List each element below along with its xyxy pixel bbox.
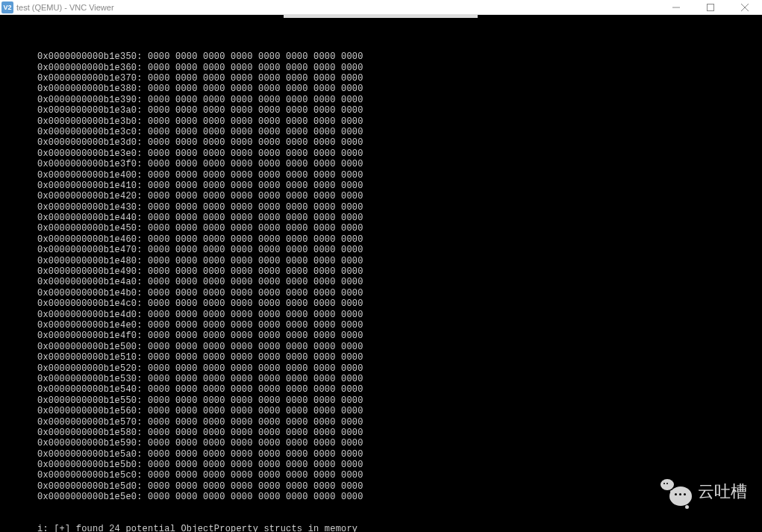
hex-line: 0x0000000000b1e430: 0000 0000 0000 0000 … — [37, 202, 762, 213]
hex-line: 0x0000000000b1e4f0: 0000 0000 0000 0000 … — [37, 331, 762, 341]
hex-line: 0x0000000000b1e390: 0000 0000 0000 0000 … — [37, 95, 762, 105]
hex-line: 0x0000000000b1e570: 0000 0000 0000 0000 … — [37, 417, 762, 428]
svg-rect-1 — [708, 4, 714, 10]
hex-line: 0x0000000000b1e3e0: 0000 0000 0000 0000 … — [37, 148, 762, 159]
hex-line: 0x0000000000b1e550: 0000 0000 0000 0000 … — [37, 395, 762, 406]
hex-line: 0x0000000000b1e5c0: 0000 0000 0000 0000 … — [37, 470, 762, 481]
terminal-output[interactable]: 0x0000000000b1e350: 0000 0000 0000 0000 … — [0, 15, 762, 532]
window-titlebar: V2 test (QEMU) - VNC Viewer — [0, 0, 762, 15]
hex-line: 0x0000000000b1e4d0: 0000 0000 0000 0000 … — [37, 310, 762, 320]
window-title: test (QEMU) - VNC Viewer — [16, 3, 659, 12]
app-icon: V2 — [1, 1, 13, 13]
hex-line: 0x0000000000b1e370: 0000 0000 0000 0000 … — [37, 73, 762, 84]
window-controls — [659, 0, 762, 14]
status-messages: i: [+] found 24 potential ObjectProperty… — [37, 524, 762, 532]
hex-line: 0x0000000000b1e4c0: 0000 0000 0000 0000 … — [37, 298, 762, 309]
hex-line: 0x0000000000b1e540: 0000 0000 0000 0000 … — [37, 384, 762, 395]
hex-line: 0x0000000000b1e470: 0000 0000 0000 0000 … — [37, 245, 762, 255]
hex-line: 0x0000000000b1e5b0: 0000 0000 0000 0000 … — [37, 460, 762, 470]
hex-line: 0x0000000000b1e530: 0000 0000 0000 0000 … — [37, 374, 762, 384]
close-icon — [741, 4, 749, 11]
hex-line: 0x0000000000b1e380: 0000 0000 0000 0000 … — [37, 84, 762, 94]
hex-dump-block: 0x0000000000b1e350: 0000 0000 0000 0000 … — [37, 51, 762, 502]
wechat-icon — [660, 478, 692, 506]
watermark: 云吐槽 — [660, 478, 747, 506]
hex-line: 0x0000000000b1e3b0: 0000 0000 0000 0000 … — [37, 116, 762, 127]
hex-line: 0x0000000000b1e450: 0000 0000 0000 0000 … — [37, 223, 762, 234]
hex-line: 0x0000000000b1e4b0: 0000 0000 0000 0000 … — [37, 288, 762, 298]
maximize-button[interactable] — [693, 0, 728, 14]
hex-line: 0x0000000000b1e560: 0000 0000 0000 0000 … — [37, 406, 762, 416]
hex-line: 0x0000000000b1e580: 0000 0000 0000 0000 … — [37, 428, 762, 438]
hex-line: 0x0000000000b1e400: 0000 0000 0000 0000 … — [37, 170, 762, 181]
hex-line: 0x0000000000b1e500: 0000 0000 0000 0000 … — [37, 342, 762, 352]
hex-line: 0x0000000000b1e3d0: 0000 0000 0000 0000 … — [37, 137, 762, 148]
watermark-text: 云吐槽 — [698, 481, 747, 503]
hex-line: 0x0000000000b1e4a0: 0000 0000 0000 0000 … — [37, 277, 762, 287]
hex-line: 0x0000000000b1e5e0: 0000 0000 0000 0000 … — [37, 492, 762, 502]
hex-line: 0x0000000000b1e3f0: 0000 0000 0000 0000 … — [37, 159, 762, 169]
hex-line: 0x0000000000b1e510: 0000 0000 0000 0000 … — [37, 352, 762, 363]
hex-line: 0x0000000000b1e410: 0000 0000 0000 0000 … — [37, 181, 762, 191]
hex-line: 0x0000000000b1e480: 0000 0000 0000 0000 … — [37, 256, 762, 266]
hex-line: 0x0000000000b1e5a0: 0000 0000 0000 0000 … — [37, 449, 762, 460]
minimize-icon — [672, 4, 680, 11]
hex-line: 0x0000000000b1e520: 0000 0000 0000 0000 … — [37, 363, 762, 374]
hex-line: 0x0000000000b1e420: 0000 0000 0000 0000 … — [37, 191, 762, 201]
minimize-button[interactable] — [659, 0, 693, 14]
hex-line: 0x0000000000b1e5d0: 0000 0000 0000 0000 … — [37, 481, 762, 492]
hex-line: 0x0000000000b1e460: 0000 0000 0000 0000 … — [37, 234, 762, 245]
status-line: i: [+] found 24 potential ObjectProperty… — [37, 524, 762, 532]
hex-line: 0x0000000000b1e3a0: 0000 0000 0000 0000 … — [37, 105, 762, 116]
hex-line: 0x0000000000b1e360: 0000 0000 0000 0000 … — [37, 63, 762, 73]
hex-line: 0x0000000000b1e490: 0000 0000 0000 0000 … — [37, 266, 762, 277]
hex-line: 0x0000000000b1e590: 0000 0000 0000 0000 … — [37, 438, 762, 448]
hex-line: 0x0000000000b1e4e0: 0000 0000 0000 0000 … — [37, 320, 762, 331]
hex-line: 0x0000000000b1e350: 0000 0000 0000 0000 … — [37, 51, 762, 62]
hex-line: 0x0000000000b1e3c0: 0000 0000 0000 0000 … — [37, 127, 762, 137]
maximize-icon — [707, 4, 714, 11]
hex-line: 0x0000000000b1e440: 0000 0000 0000 0000 … — [37, 213, 762, 223]
close-button[interactable] — [728, 0, 762, 14]
artifact-bar — [284, 15, 478, 18]
